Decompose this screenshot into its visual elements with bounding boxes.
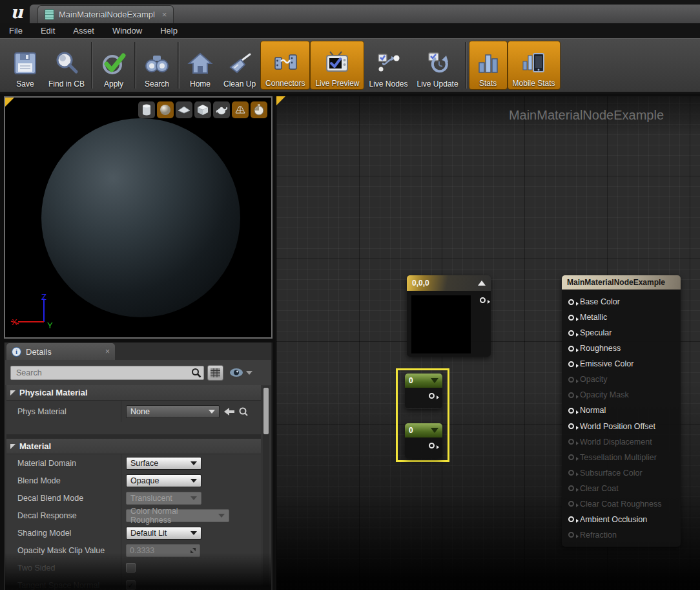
pin-normal[interactable]: Normal: [562, 403, 681, 418]
clean-up-button[interactable]: Clean Up: [219, 41, 260, 90]
blend-mode-dropdown[interactable]: Opaque: [126, 474, 201, 487]
find-in-cb-button[interactable]: Find in CB: [44, 41, 89, 90]
cube-shape-button[interactable]: [194, 101, 211, 118]
blend-mode-label: Blend Mode: [6, 472, 121, 489]
live-preview-button[interactable]: Live Preview: [310, 41, 364, 90]
phys-material-dropdown[interactable]: None: [126, 405, 220, 418]
mobile-stats-button[interactable]: Mobile Stats: [508, 41, 561, 90]
pin-subsurface-color: Subsurface Color: [562, 465, 681, 481]
teapot-shape-button[interactable]: [213, 101, 230, 118]
pin-refraction: Refraction: [562, 527, 681, 543]
pin-specular[interactable]: Specular: [562, 325, 681, 341]
pin-ambient-occlusion[interactable]: Ambient Occlusion: [562, 512, 681, 527]
scrollbar-thumb[interactable]: [263, 388, 269, 434]
home-button[interactable]: Home: [181, 41, 219, 90]
material-graph-canvas[interactable]: MainMaterialNodeExample 0,0,0 0: [275, 96, 700, 590]
material-domain-dropdown[interactable]: Surface: [126, 457, 201, 470]
find-in-cb-icon: [52, 49, 81, 78]
input-pin-icon[interactable]: [568, 423, 574, 429]
details-close-icon[interactable]: ×: [105, 347, 110, 356]
plane-shape-button[interactable]: [176, 101, 192, 118]
material-asset-icon: [45, 9, 54, 20]
tangent-space-normal-row: Tangent Space Normal: [6, 576, 261, 590]
grid-icon: [234, 105, 246, 114]
apply-button[interactable]: Apply: [95, 41, 132, 90]
decal-response-row: Decal Response Color Normal Roughness: [6, 507, 261, 524]
browse-asset-icon[interactable]: [239, 407, 248, 416]
collapse-arrow-icon[interactable]: [431, 378, 438, 383]
collapse-arrow-icon[interactable]: [431, 428, 438, 433]
input-pin-icon[interactable]: [568, 299, 574, 305]
output-pin-icon[interactable]: [480, 297, 486, 303]
unsaved-indicator-icon: [276, 96, 285, 105]
realtime-toggle-button[interactable]: [251, 101, 267, 118]
two-sided-label: Two Sided: [6, 559, 121, 576]
chevron-down-icon: [209, 410, 215, 414]
shading-model-dropdown[interactable]: Default Lit: [126, 527, 201, 540]
input-pin-icon[interactable]: [568, 315, 574, 321]
main-material-node[interactable]: MainMaterialNodeExample Base Color Metal…: [562, 275, 681, 547]
pin-roughness[interactable]: Roughness: [562, 341, 681, 356]
material-domain-label: Material Domain: [6, 454, 121, 472]
pin-opacity: Opacity: [562, 372, 681, 387]
value-drag-icon: [190, 547, 196, 554]
pin-world-position-offset[interactable]: World Position Offset: [562, 419, 681, 434]
collapse-arrow-icon[interactable]: [478, 280, 486, 286]
tab-close-icon[interactable]: ×: [162, 10, 167, 19]
menu-file[interactable]: File: [9, 26, 23, 36]
sphere-shape-button[interactable]: [157, 101, 174, 118]
live-preview-icon: [323, 48, 351, 77]
menu-asset[interactable]: Asset: [73, 26, 94, 36]
save-button[interactable]: Save: [6, 41, 44, 90]
details-panel: i Details ×: [4, 342, 273, 590]
unsaved-indicator-icon: [5, 98, 14, 107]
section-material[interactable]: Material: [6, 439, 261, 454]
input-pin-icon: [568, 439, 574, 445]
cylinder-shape-button[interactable]: [138, 101, 155, 118]
input-pin-icon: [568, 470, 574, 476]
input-pin-icon: [568, 454, 574, 460]
output-pin-icon[interactable]: [429, 443, 435, 448]
input-pin-icon[interactable]: [568, 361, 574, 367]
view-options-button[interactable]: [229, 368, 252, 377]
two-sided-row: Two Sided: [6, 559, 261, 576]
grid-toggle-button[interactable]: [232, 101, 249, 118]
tab-details[interactable]: i Details ×: [6, 343, 115, 360]
use-selected-arrow-icon[interactable]: [224, 408, 234, 416]
input-pin-icon: [568, 485, 574, 491]
details-scrollbar[interactable]: [263, 386, 269, 587]
toolbar-separator: [178, 42, 180, 89]
pin-base-color[interactable]: Base Color: [562, 294, 681, 310]
input-pin-icon[interactable]: [568, 346, 574, 352]
main-toolbar: Save Find in CB Apply Search: [0, 38, 700, 94]
connectors-button[interactable]: Connectors: [260, 41, 310, 90]
menu-window[interactable]: Window: [112, 26, 142, 36]
input-pin-icon[interactable]: [568, 516, 574, 522]
output-pin-icon[interactable]: [429, 393, 435, 399]
toolbar-separator: [91, 42, 93, 89]
preview-viewport[interactable]: Z X Y: [4, 96, 273, 339]
pin-metallic[interactable]: Metallic: [562, 310, 681, 325]
plane-icon: [178, 105, 190, 114]
asset-tab[interactable]: MainMaterialNodeExampl ×: [37, 5, 174, 23]
stats-button[interactable]: Stats: [469, 41, 508, 90]
constant3-vector-node[interactable]: 0,0,0: [407, 275, 491, 357]
search-button[interactable]: Search: [138, 41, 176, 90]
section-physical-material[interactable]: Physical Material: [6, 385, 261, 401]
live-update-button[interactable]: Live Update: [413, 41, 463, 90]
decal-blend-mode-dropdown: Translucent: [126, 492, 201, 505]
property-matrix-button[interactable]: [207, 365, 223, 381]
input-pin-icon[interactable]: [568, 408, 574, 414]
pin-emissive-color[interactable]: Emissive Color: [562, 356, 681, 372]
constant-scalar-node[interactable]: 0: [405, 374, 442, 409]
constant-scalar-node[interactable]: 0: [405, 423, 442, 458]
live-nodes-button[interactable]: Live Nodes: [364, 41, 412, 90]
pin-tessellation-multiplier: Tessellation Multiplier: [562, 450, 681, 465]
graph-watermark-title: MainMaterialNodeExample: [509, 108, 664, 123]
menu-help[interactable]: Help: [160, 26, 178, 36]
shading-model-row: Shading Model Default Lit: [6, 524, 261, 542]
menu-edit[interactable]: Edit: [41, 26, 55, 36]
search-input[interactable]: [10, 366, 204, 380]
input-pin-icon[interactable]: [568, 330, 574, 336]
axis-z-label: Z: [41, 292, 46, 302]
